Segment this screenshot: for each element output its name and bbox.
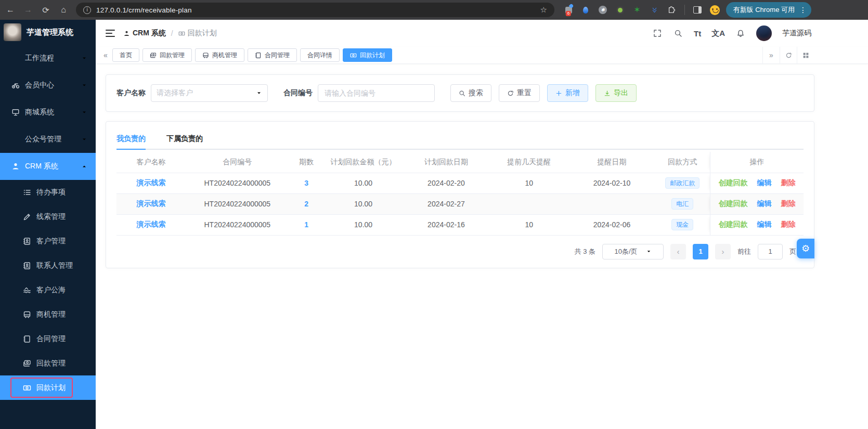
search-button[interactable]: 搜索 [450,84,491,102]
next-page-button[interactable]: › [715,244,731,259]
page-content: 客户名称 请选择客户 合同编号 搜索 重置 [96,64,868,429]
edit-link[interactable]: 编辑 [757,178,772,187]
period-link[interactable]: 1 [304,220,308,229]
tabs-scroll-right-icon[interactable]: » [762,47,780,63]
create-receivable-link[interactable]: 创建回款 [719,199,748,207]
sidebar-item-receivable-plan[interactable]: 回款计划 [0,375,96,400]
sidebar-item-crm-system[interactable]: CRM 系统 [0,153,96,180]
search-icon [459,90,465,97]
tabs-scroll-left-icon[interactable]: « [99,51,112,59]
plan-date-cell: 2024-02-27 [403,193,489,214]
tab-home[interactable]: 首页 [112,48,139,62]
export-button[interactable]: 导出 [595,84,637,102]
sidebar-item-customer-pool[interactable]: 客户公海 [0,278,96,302]
current-page-button[interactable]: 1 [693,244,708,259]
table-row: 演示线索 HT20240224000005 3 10.00 2024-02-20… [116,173,804,193]
sidebar-item-official-account[interactable]: 公众号管理 [0,126,96,153]
sidebar-item-todo[interactable]: 待办事项 [0,180,96,204]
sidebar-item-clue-management[interactable]: 线索管理 [0,204,96,229]
extension-icon-5[interactable]: ✶ [632,5,642,15]
url-text[interactable]: 127.0.0.1/crm/receivable-plan [96,6,192,14]
side-panel-icon[interactable] [693,6,702,14]
create-receivable-link[interactable]: 创建回款 [719,178,748,187]
delete-link[interactable]: 删除 [781,199,796,207]
extension-icon-4[interactable] [615,5,625,15]
tab-subordinate-responsible[interactable]: 下属负责的 [166,129,203,149]
search-icon[interactable] [673,28,683,38]
sidebar-item-contact-management[interactable]: 联系人管理 [0,253,96,278]
language-icon[interactable]: 文A [711,29,725,38]
browser-forward-icon[interactable]: → [23,5,33,15]
sidebar-item-mall-system[interactable]: 商城系统 [0,99,96,126]
username[interactable]: 芋道源码 [782,29,811,38]
chrome-update-button[interactable]: 有新版 Chrome 可用 ⋮ [726,2,811,18]
bookmark-star-icon[interactable]: ☆ [540,5,547,15]
banknote-icon [178,30,185,37]
tab-receivable-management[interactable]: 回款管理 [142,48,192,62]
col-plan-date: 计划回款日期 [403,152,489,173]
add-button[interactable]: 新增 [547,84,588,102]
fullscreen-icon[interactable] [652,28,663,38]
collapse-menu-icon[interactable] [106,30,115,37]
extension-icon-6[interactable] [650,5,659,15]
amount-cell: 10.00 [323,214,403,235]
edit-link[interactable]: 编辑 [757,199,772,207]
user-avatar[interactable] [756,25,772,41]
create-receivable-link[interactable]: 创建回款 [719,220,748,228]
reset-button[interactable]: 重置 [499,84,540,102]
site-info-icon[interactable]: i [83,6,91,14]
filter-card: 客户名称 请选择客户 合同编号 搜索 重置 [106,74,814,112]
profile-avatar-icon[interactable] [710,5,720,15]
prev-page-button[interactable]: ‹ [670,244,686,259]
remind-days-cell [489,193,569,214]
notification-bell-icon[interactable] [735,28,746,38]
extensions-area: 6 ✱ ✶ [564,5,676,15]
delete-link[interactable]: 删除 [781,220,796,228]
theme-settings-button[interactable]: ⚙ [797,239,814,258]
tab-contract-management[interactable]: 合同管理 [248,48,297,62]
tabs-layout-icon[interactable] [797,47,814,63]
extension-icon-1[interactable]: 6 [564,5,573,15]
page-size-select[interactable]: 10条/页 [602,244,664,259]
browser-back-icon[interactable]: ← [5,5,16,15]
tab-receivable-plan[interactable]: 回款计划 [343,48,392,62]
tabs-refresh-icon[interactable] [780,47,797,63]
browser-menu-icon[interactable]: ⋮ [799,6,807,14]
gear-icon: ⚙ [801,243,810,254]
tab-business-management[interactable]: 商机管理 [195,48,244,62]
refresh-icon [507,90,514,97]
sidebar-item-business-management[interactable]: 商机管理 [0,302,96,327]
browser-reload-icon[interactable]: ⟳ [41,5,51,15]
period-link[interactable]: 3 [304,179,308,187]
page-unit-label: 页 [789,247,796,256]
sidebar-item-receivable-management[interactable]: 回款管理 [0,351,96,375]
period-link[interactable]: 2 [304,200,308,208]
page-tabs: 首页 回款管理 商机管理 合同管理 合同详情 回款计划 [112,48,392,62]
sidebar-item-workflow[interactable]: 工作流程 [0,45,96,72]
sidebar-item-member-center[interactable]: 会员中心 [0,72,96,99]
sidebar-item-customer-management[interactable]: 客户管理 [0,229,96,253]
crm-user-icon [11,162,20,171]
edit-link[interactable]: 编辑 [757,220,772,228]
tab-my-responsible[interactable]: 我负责的 [116,129,146,149]
font-size-icon[interactable]: Tt [694,29,701,38]
col-plan-amount: 计划回款金额（元） [323,152,403,173]
customer-link[interactable]: 演示线索 [136,178,165,187]
customer-link[interactable]: 演示线索 [136,199,165,207]
business-bus-icon [23,310,31,319]
extensions-puzzle-icon[interactable] [667,5,676,15]
address-bar[interactable]: i 127.0.0.1/crm/receivable-plan ☆ [76,3,554,17]
browser-home-icon[interactable]: ⌂ [58,5,69,15]
extension-icon-2[interactable] [581,5,590,15]
customer-link[interactable]: 演示线索 [136,220,165,228]
extension-icon-3[interactable]: ✱ [598,5,607,15]
tab-contract-detail[interactable]: 合同详情 [300,48,340,62]
goto-page-input[interactable] [758,244,783,259]
amount-cell: 10.00 [323,173,403,193]
delete-link[interactable]: 删除 [781,178,796,187]
sidebar-item-contract-management[interactable]: 合同管理 [0,327,96,351]
customer-select[interactable]: 请选择客户 [151,84,268,102]
breadcrumb-parent[interactable]: CRM 系统 [123,29,166,38]
plan-banknote-icon [23,384,31,392]
contract-no-input[interactable] [318,84,435,102]
